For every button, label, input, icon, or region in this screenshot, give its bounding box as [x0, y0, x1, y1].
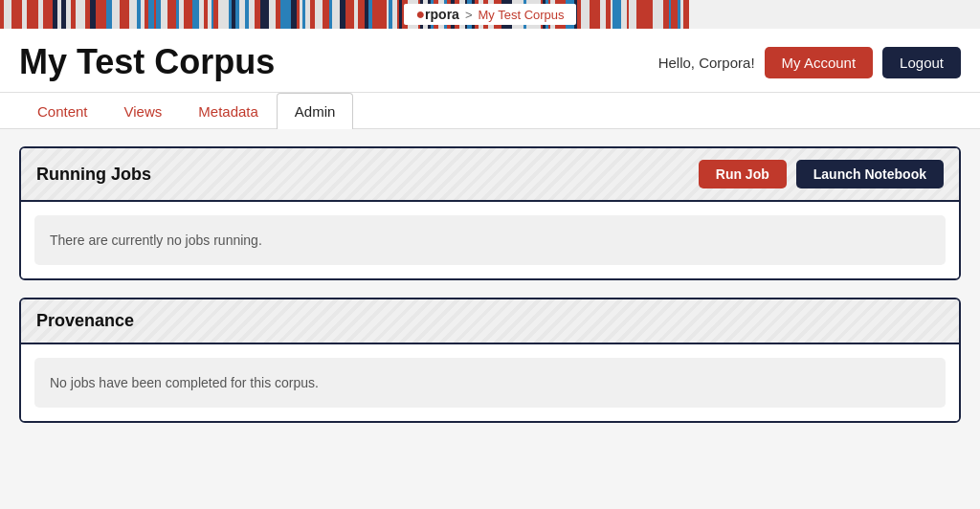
- header-right: Hello, Corpora! My Account Logout: [658, 47, 961, 78]
- tab-views[interactable]: Views: [106, 93, 181, 129]
- logout-button[interactable]: Logout: [882, 47, 961, 78]
- banner-center: ●rpora > My Test Corpus: [404, 4, 575, 25]
- tab-metadata[interactable]: Metadata: [180, 93, 277, 129]
- provenance-empty: No jobs have been completed for this cor…: [34, 358, 946, 408]
- provenance-header: Provenance: [21, 299, 959, 344]
- run-job-button[interactable]: Run Job: [699, 160, 787, 188]
- top-banner: ●rpora > My Test Corpus: [0, 0, 980, 29]
- running-jobs-body: There are currently no jobs running.: [21, 202, 959, 278]
- launch-notebook-button[interactable]: Launch Notebook: [796, 160, 944, 188]
- breadcrumb-current: My Test Corpus: [478, 8, 564, 22]
- provenance-section: Provenance No jobs have been completed f…: [19, 298, 961, 423]
- tab-admin[interactable]: Admin: [277, 93, 354, 129]
- tabs: Content Views Metadata Admin: [0, 93, 980, 129]
- page-title: My Test Corpus: [19, 42, 275, 82]
- corpora-logo: ●rpora: [415, 6, 458, 23]
- provenance-title: Provenance: [36, 311, 134, 331]
- provenance-body: No jobs have been completed for this cor…: [21, 344, 959, 421]
- main-content: Running Jobs Run Job Launch Notebook The…: [0, 129, 980, 509]
- running-jobs-header: Running Jobs Run Job Launch Notebook: [21, 148, 959, 202]
- running-jobs-actions: Run Job Launch Notebook: [699, 160, 944, 188]
- greeting-text: Hello, Corpora!: [658, 55, 755, 71]
- header: My Test Corpus Hello, Corpora! My Accoun…: [0, 29, 980, 93]
- running-jobs-title: Running Jobs: [36, 165, 151, 185]
- running-jobs-empty: There are currently no jobs running.: [34, 215, 946, 265]
- my-account-button[interactable]: My Account: [765, 47, 874, 78]
- tab-content[interactable]: Content: [19, 93, 106, 129]
- running-jobs-section: Running Jobs Run Job Launch Notebook The…: [19, 146, 961, 280]
- breadcrumb-separator: >: [465, 8, 473, 22]
